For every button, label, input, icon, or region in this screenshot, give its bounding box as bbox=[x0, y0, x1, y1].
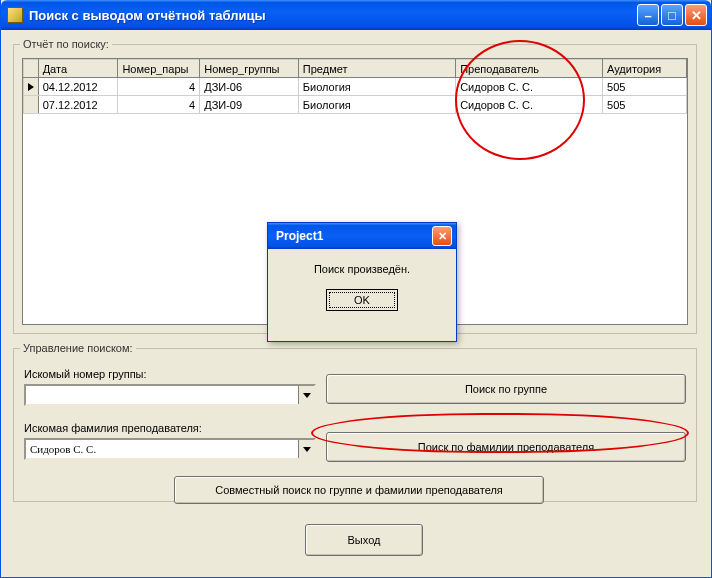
search-by-teacher-label: Поиск по фамилии преподавателя bbox=[418, 442, 595, 453]
cell-date[interactable]: 04.12.2012 bbox=[38, 78, 118, 96]
cell-pair[interactable]: 4 bbox=[118, 96, 200, 114]
col-pair[interactable]: Номер_пары bbox=[118, 60, 200, 78]
titlebar[interactable]: Поиск с выводом отчётной таблицы – □ ✕ bbox=[1, 0, 711, 30]
search-both-label: Совместный поиск по группе и фамилии пре… bbox=[215, 485, 503, 496]
col-group[interactable]: Номер_группы bbox=[200, 60, 299, 78]
controls-legend: Управление поиском: bbox=[20, 342, 136, 354]
exit-label: Выход bbox=[348, 535, 381, 546]
row-indicator bbox=[24, 78, 39, 96]
row-indicator-header bbox=[24, 60, 39, 78]
report-legend: Отчёт по поиску: bbox=[20, 38, 112, 50]
chevron-down-icon[interactable] bbox=[298, 386, 314, 404]
search-by-group-button[interactable]: Поиск по группе bbox=[326, 374, 686, 404]
message-dialog: Project1 ✕ Поиск произведён. OK bbox=[267, 222, 457, 342]
cell-teacher[interactable]: Сидоров С. С. bbox=[456, 96, 603, 114]
maximize-button[interactable]: □ bbox=[661, 4, 683, 26]
main-window: Поиск с выводом отчётной таблицы – □ ✕ О… bbox=[0, 0, 712, 578]
cell-room[interactable]: 505 bbox=[603, 96, 687, 114]
table-row[interactable]: 04.12.2012 4 ДЗИ-06 Биология Сидоров С. … bbox=[24, 78, 687, 96]
cell-subject[interactable]: Биология bbox=[298, 96, 455, 114]
search-by-group-label: Поиск по группе bbox=[465, 384, 547, 395]
close-button[interactable]: ✕ bbox=[685, 4, 707, 26]
cell-group[interactable]: ДЗИ-09 bbox=[200, 96, 299, 114]
dialog-title: Project1 bbox=[276, 229, 432, 243]
dialog-ok-button[interactable]: OK bbox=[326, 289, 398, 311]
header-row: Дата Номер_пары Номер_группы Предмет Пре… bbox=[24, 60, 687, 78]
teacher-combo[interactable] bbox=[24, 438, 316, 460]
teacher-input[interactable] bbox=[26, 440, 298, 458]
controls-groupbox: Управление поиском: Искомый номер группы… bbox=[13, 342, 697, 502]
search-by-teacher-button[interactable]: Поиск по фамилии преподавателя bbox=[326, 432, 686, 462]
cell-pair[interactable]: 4 bbox=[118, 78, 200, 96]
dialog-close-button[interactable]: ✕ bbox=[432, 226, 452, 246]
search-both-button[interactable]: Совместный поиск по группе и фамилии пре… bbox=[174, 476, 544, 504]
chevron-down-icon[interactable] bbox=[298, 440, 314, 458]
teacher-label: Искомая фамилия преподавателя: bbox=[24, 422, 202, 434]
cell-date[interactable]: 07.12.2012 bbox=[38, 96, 118, 114]
dialog-body: Поиск произведён. OK bbox=[268, 249, 456, 311]
cell-teacher[interactable]: Сидоров С. С. bbox=[456, 78, 603, 96]
col-room[interactable]: Аудитория bbox=[603, 60, 687, 78]
group-input[interactable] bbox=[26, 386, 298, 404]
window-title: Поиск с выводом отчётной таблицы bbox=[29, 8, 637, 23]
exit-button[interactable]: Выход bbox=[305, 524, 423, 556]
app-icon bbox=[7, 7, 23, 23]
cell-group[interactable]: ДЗИ-06 bbox=[200, 78, 299, 96]
cell-room[interactable]: 505 bbox=[603, 78, 687, 96]
col-date[interactable]: Дата bbox=[38, 60, 118, 78]
dialog-ok-label: OK bbox=[354, 294, 370, 306]
client-area: Отчёт по поиску: Дата Номер_пары Номер_г… bbox=[5, 34, 707, 573]
group-label: Искомый номер группы: bbox=[24, 368, 147, 380]
minimize-button[interactable]: – bbox=[637, 4, 659, 26]
col-subject[interactable]: Предмет bbox=[298, 60, 455, 78]
row-indicator bbox=[24, 96, 39, 114]
cell-subject[interactable]: Биология bbox=[298, 78, 455, 96]
dialog-message: Поиск произведён. bbox=[268, 263, 456, 275]
dialog-titlebar[interactable]: Project1 ✕ bbox=[268, 223, 456, 249]
group-combo[interactable] bbox=[24, 384, 316, 406]
col-teacher[interactable]: Преподаватель bbox=[456, 60, 603, 78]
table-row[interactable]: 07.12.2012 4 ДЗИ-09 Биология Сидоров С. … bbox=[24, 96, 687, 114]
report-table: Дата Номер_пары Номер_группы Предмет Пре… bbox=[23, 59, 687, 114]
